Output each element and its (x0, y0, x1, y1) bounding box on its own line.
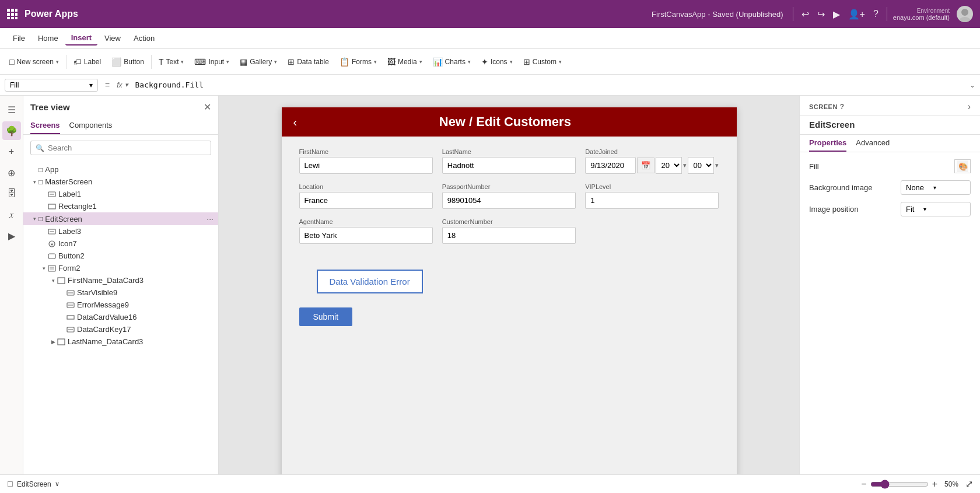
icons-button[interactable]: ✦ Icons ▾ (477, 55, 517, 69)
sidebar-close-button[interactable]: ✕ (204, 102, 211, 113)
menu-view[interactable]: View (99, 32, 127, 45)
customer-input[interactable] (442, 227, 576, 244)
tab-components[interactable]: Components (69, 117, 113, 134)
tree-item-firstname-datacard3[interactable]: ▾ FirstName_DataCard3 (23, 274, 218, 286)
custom-button[interactable]: ⊞ Custom ▾ (519, 55, 566, 69)
database-strip-icon[interactable]: 🗄 (2, 184, 21, 203)
question-icon[interactable]: ? (840, 103, 845, 111)
tree-item-label3[interactable]: Label3 (23, 225, 218, 237)
menu-home[interactable]: Home (32, 32, 64, 45)
menu-bar: File Home Insert View Action (0, 28, 980, 49)
media-button[interactable]: 🖼 Media ▾ (383, 55, 427, 69)
date-input[interactable] (585, 157, 636, 174)
help-button[interactable]: ? (871, 6, 881, 22)
tree-item-errormessage9[interactable]: ErrorMessage9 (23, 299, 218, 311)
treeview-strip-icon[interactable]: 🌳 (2, 121, 21, 140)
tab-advanced[interactable]: Advanced (856, 135, 890, 152)
menu-strip-icon[interactable]: ☰ (2, 100, 21, 119)
search-input[interactable] (48, 144, 206, 152)
forms-button[interactable]: 📋 Forms ▾ (335, 55, 382, 69)
image-position-row: Image position Fit ▾ (809, 202, 971, 216)
status-screen-dropdown[interactable]: ∨ (55, 480, 60, 488)
tab-properties[interactable]: Properties (809, 135, 846, 152)
redo-button[interactable]: ↪ (815, 6, 827, 22)
tree-item-form2[interactable]: ▾ Form2 (23, 262, 218, 274)
tree-item-masterscreen[interactable]: ▾ □ MasterScreen (23, 176, 218, 188)
svg-text:🎨: 🎨 (958, 162, 968, 172)
label-button[interactable]: 🏷 Label (69, 55, 106, 69)
variable-strip-icon[interactable]: 𝑥 (2, 205, 21, 224)
input-button[interactable]: ⌨ Input ▾ (190, 55, 234, 69)
new-screen-button[interactable]: □ New screen ▾ (5, 55, 64, 69)
tree-item-editscreen[interactable]: ▾ □ EditScreen ··· (23, 212, 218, 225)
menu-insert[interactable]: Insert (65, 31, 97, 46)
gallery-button[interactable]: ▦ Gallery ▾ (235, 55, 282, 69)
text-button[interactable]: T Text ▾ (154, 55, 189, 69)
passport-input[interactable] (442, 192, 576, 209)
right-panel-header: SCREEN ? › (800, 96, 980, 116)
fill-color-picker[interactable]: 🎨 (954, 159, 971, 173)
agent-input[interactable] (299, 227, 433, 244)
svg-rect-5 (15, 13, 18, 16)
fit-button[interactable]: ⤢ (965, 478, 973, 489)
background-image-dropdown[interactable]: None ▾ (901, 180, 971, 195)
avatar[interactable] (957, 6, 973, 22)
tree-item-lastname-datacard3[interactable]: ▶ LastName_DataCard3 (23, 335, 218, 348)
tree-item-starvisible9[interactable]: StarVisible9 (23, 286, 218, 299)
tree-item-icon7[interactable]: ★ Icon7 (23, 237, 218, 250)
zoom-in-button[interactable]: + (932, 479, 937, 489)
editscreen-more-icon[interactable]: ··· (206, 214, 214, 223)
menu-action[interactable]: Action (128, 32, 160, 45)
back-icon[interactable]: ‹ (293, 116, 298, 129)
zoom-slider[interactable] (870, 480, 929, 489)
formula-expand[interactable]: ⌄ (970, 81, 975, 89)
layers-strip-icon[interactable]: ⊕ (2, 163, 21, 182)
plus-strip-icon[interactable]: + (2, 142, 21, 161)
rectangle1-label: Rectangle1 (58, 202, 214, 211)
right-panel-expand-icon[interactable]: › (968, 102, 971, 112)
agent-label: AgentName (299, 218, 433, 225)
tree-item-datacardkey17[interactable]: DataCardKey17 (23, 323, 218, 335)
app-label: App (45, 165, 214, 174)
share-button[interactable]: 👤+ (846, 6, 867, 22)
custom-icon: ⊞ (523, 57, 530, 67)
property-dropdown[interactable]: Fill ▾ (5, 79, 98, 92)
rectangle1-icon (48, 202, 56, 211)
screen-header: ‹ New / Edit Customers (282, 107, 737, 137)
data-table-button[interactable]: ⊞ Data table (283, 55, 334, 69)
waffle-icon[interactable] (7, 9, 18, 19)
svg-rect-27 (67, 316, 74, 319)
preview-button[interactable]: ▶ (831, 6, 842, 22)
date-hour-select[interactable]: 20 (656, 157, 682, 174)
starvisible9-icon (66, 289, 75, 297)
menu-file[interactable]: File (7, 32, 31, 45)
zoom-out-button[interactable]: − (861, 479, 866, 489)
location-input[interactable] (299, 192, 433, 209)
zoom-percentage: 50% (941, 480, 962, 488)
tree-item-rectangle1[interactable]: Rectangle1 (23, 200, 218, 212)
date-min-select[interactable]: 00 (688, 157, 714, 174)
tree-item-app[interactable]: □ App (23, 163, 218, 176)
vip-input[interactable] (585, 192, 719, 209)
charts-button[interactable]: 📊 Charts ▾ (428, 55, 475, 69)
submit-button[interactable]: Submit (299, 307, 353, 326)
background-image-row: Background image None ▾ (809, 180, 971, 195)
tree-item-button2[interactable]: Button2 (23, 250, 218, 262)
passport-field: PassportNumber (442, 183, 576, 209)
tree-item-label1[interactable]: Label1 (23, 188, 218, 200)
form-row-1: FirstName LastName DateJoined 📅 (299, 148, 719, 174)
error-button[interactable]: Data Validation Error (317, 270, 423, 293)
formula-input[interactable] (133, 81, 965, 89)
svg-rect-1 (11, 9, 14, 12)
calendar-icon[interactable]: 📅 (637, 158, 654, 173)
undo-button[interactable]: ↩ (799, 6, 811, 22)
masterscreen-icon: □ (38, 178, 43, 186)
tab-screens[interactable]: Screens (30, 117, 60, 134)
tree-item-datacardvalue16[interactable]: DataCardValue16 (23, 311, 218, 323)
image-position-dropdown[interactable]: Fit ▾ (901, 202, 971, 216)
firstname-input[interactable] (299, 157, 433, 174)
button-button[interactable]: ⬜ Button (107, 55, 149, 69)
lastname-input[interactable] (442, 157, 576, 174)
media-strip-icon[interactable]: ▶ (2, 226, 21, 245)
form-row-3: AgentName CustomerNumber (299, 218, 719, 244)
